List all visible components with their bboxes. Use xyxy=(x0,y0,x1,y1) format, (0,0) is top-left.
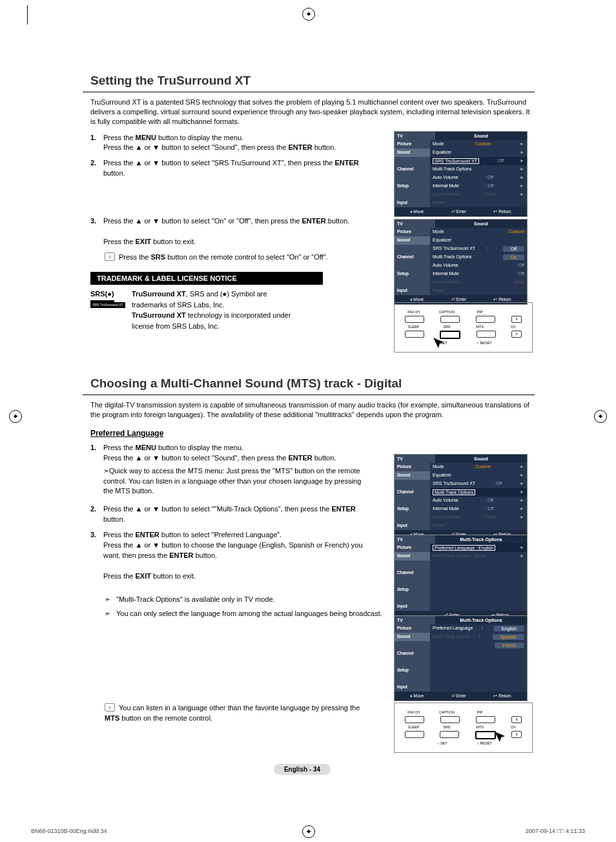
osd-sound-menu-mto: TVSound PictureMode: Custom► SoundEquali… xyxy=(394,454,528,540)
osd-side-picture: Picture xyxy=(395,140,430,149)
remote-diagram: FAV.CHCAPTIONPIP ∧ SLEEPSRSMTSCH ∨ ○ SET… xyxy=(394,703,533,753)
footer-filename: BN68-01310B-00Eng.indd 34 xyxy=(31,828,107,834)
cursor-icon xyxy=(432,336,445,349)
cursor-icon xyxy=(493,730,506,743)
osd-side-sound: Sound xyxy=(395,149,430,157)
osd-option-spanish: Spanish xyxy=(493,634,524,640)
remote-diagram: FAV.CHCAPTIONPIP ∧ SLEEPSRSMTSCH ∨ ○ SET… xyxy=(394,302,533,353)
step-2: 2.Press the ▲ or ▼ button to select "SRS… xyxy=(90,158,375,179)
registration-mark xyxy=(302,8,315,21)
steps-list: 1.Press the MENU button to display the m… xyxy=(90,443,375,582)
step-1: 1.Press the MENU button to display the m… xyxy=(90,443,375,500)
osd-side-input: Input xyxy=(395,199,430,207)
rule xyxy=(83,395,535,395)
osd-side-channel: Channel xyxy=(395,165,430,174)
osd-option-on: On xyxy=(503,254,524,260)
note-arrow-icon: ➣ xyxy=(103,467,109,475)
remote-icon: ♪ xyxy=(105,252,115,261)
step-3: 3.Press the ENTER button to select "Pref… xyxy=(90,530,375,582)
steps-list: 3.Press the ▲ or ▼ button to select "On"… xyxy=(90,216,375,247)
osd-mto-language: TVMulti-Track Options PicturePreferred L… xyxy=(394,615,528,701)
intro-text: TruSurround XT is a patented SRS technol… xyxy=(90,98,535,127)
remote-note: ♪You can listen in a language other than… xyxy=(105,703,376,724)
trademark-header: TRADEMARK & LABEL LICENSE NOTICE xyxy=(90,272,323,285)
registration-mark xyxy=(594,410,607,423)
osd-side-setup: Setup xyxy=(395,182,430,190)
osd-sound-menu-srs: TVSound PictureMode: Custom SoundEqualiz… xyxy=(394,219,528,305)
step-3: 3.Press the ▲ or ▼ button to select "On"… xyxy=(90,216,375,247)
note-arrow-icon: ➣ xyxy=(105,595,114,605)
section-title: Setting the TruSurround XT xyxy=(90,74,535,88)
section-title: Choosing a Multi-Channel Sound (MTS) tra… xyxy=(90,376,535,391)
note-arrow-icon: ➣ xyxy=(105,609,114,619)
osd-mto-menu: TVMulti-Track Options PicturePreferred L… xyxy=(394,535,528,621)
osd-option-english: English xyxy=(494,626,524,632)
rule xyxy=(83,92,535,92)
registration-mark xyxy=(9,410,22,423)
osd-option-off: Off xyxy=(503,246,524,252)
osd-sound-menu: TVSound PictureMode: Custom► SoundEquali… xyxy=(394,131,528,217)
crop-mark xyxy=(27,5,28,25)
srs-logo: SRS(●) SRS TruSurround XT xyxy=(90,289,125,331)
srs-symbol-icon: (●) xyxy=(220,290,229,298)
remote-note: ♪Press the SRS button on the remote cont… xyxy=(105,252,363,263)
osd-option-french: French xyxy=(495,642,524,648)
intro-text: The digital-TV transmission system is ca… xyxy=(90,400,535,420)
steps-list: 1.Press the MENU button to display the m… xyxy=(90,133,375,180)
sub-heading: Preferred Language xyxy=(90,429,535,438)
step-1: 1.Press the MENU button to display the m… xyxy=(90,133,375,154)
footer-timestamp: 2007-09-14 □□ 4:11:33 xyxy=(526,828,585,834)
note: ➣"Multi-Track Options" is available only… xyxy=(105,595,363,605)
remote-icon: ♪ xyxy=(105,703,115,712)
page-number: English - 34 xyxy=(274,764,331,775)
registration-mark xyxy=(302,825,315,838)
step-2: 2.Press the ▲ or ▼ button to select ""Mu… xyxy=(90,504,375,525)
